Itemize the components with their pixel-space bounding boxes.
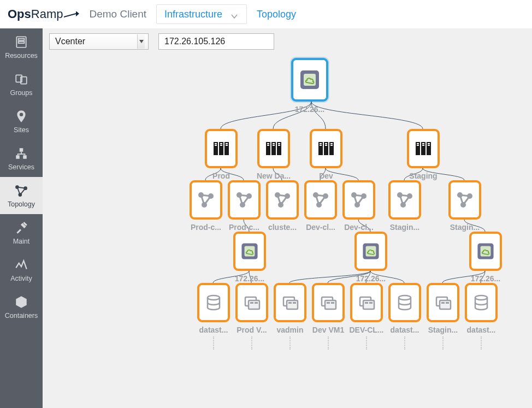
sidebar-item-activity[interactable]: Activity [0, 251, 43, 288]
sidebar-item-label: Containers [5, 312, 38, 320]
svg-point-76 [208, 295, 220, 300]
top-bar: Ops Ramp Demo Client Infrastructure Topo… [0, 0, 532, 28]
svg-point-93 [399, 295, 411, 300]
node-label: Staging [409, 172, 437, 180]
sidebar-item-label: Resources [5, 52, 38, 60]
sidebar-item-label: Activity [10, 275, 32, 282]
svg-rect-30 [278, 145, 280, 146]
topology-node-datacenter[interactable]: Dev [309, 129, 343, 180]
topology-node-vm[interactable]: Stagin... [426, 283, 460, 350]
svg-rect-90 [363, 300, 374, 309]
sidebar-item-sites[interactable]: Sites [0, 103, 43, 140]
node-box [354, 232, 387, 271]
svg-rect-38 [325, 145, 327, 146]
topology-node-cluster[interactable]: cluste... [265, 180, 299, 232]
node-label: Dev-cl... [344, 223, 374, 232]
topology-node-cluster[interactable]: Dev-cl... [342, 180, 376, 232]
topology-node-cluster[interactable]: Prod-c... [189, 180, 223, 232]
svg-rect-95 [440, 300, 451, 309]
topology-node-vm[interactable]: Prod V... [235, 283, 269, 350]
sidebar-item-containers[interactable]: Containers [0, 288, 43, 326]
node-label: datast... [199, 326, 228, 334]
brand-prefix: Ops [8, 7, 31, 21]
sidebar-item-label: Sites [14, 126, 29, 134]
topology-node-vcenter[interactable]: 172.26... [293, 58, 327, 114]
svg-rect-45 [428, 143, 430, 144]
svg-rect-91 [365, 302, 368, 304]
sidebar-item-label: Services [8, 163, 34, 171]
section-dropdown[interactable]: Infrastructure [156, 4, 247, 24]
sidebar-item-label: Groups [10, 89, 33, 97]
topology-node-vm[interactable]: Dev VM1 [311, 283, 345, 350]
more-tail [328, 336, 329, 350]
topology-node-host[interactable]: 172.26... [354, 232, 388, 283]
topology-node-datastore[interactable]: datast... [388, 283, 422, 350]
topology-node-datacenter[interactable]: Staging [406, 129, 440, 180]
svg-rect-21 [226, 145, 228, 146]
node-box [312, 283, 345, 322]
breadcrumb-topology[interactable]: Topology [257, 9, 296, 20]
topology-node-cluster[interactable]: Stagin... [388, 180, 422, 232]
sidebar-item-label: Maint [13, 238, 30, 245]
node-box [235, 283, 268, 322]
topology-canvas[interactable]: 172.26... Prod New Da... Dev Staging Pro… [43, 55, 532, 408]
topology-node-host[interactable]: 172.26... [469, 232, 503, 283]
node-label: Prod [212, 172, 230, 180]
topology-node-cluster[interactable]: Prod-c... [227, 180, 261, 232]
node-box [266, 180, 299, 220]
node-label: 172.26... [471, 274, 501, 283]
type-select[interactable]: Vcenter [49, 33, 149, 50]
sidebar-item-resources[interactable]: Resources [0, 28, 43, 66]
svg-rect-26 [273, 143, 275, 144]
node-label: 172.26... [235, 274, 265, 283]
svg-point-98 [475, 295, 487, 300]
svg-rect-36 [330, 143, 333, 144]
svg-rect-37 [320, 145, 322, 146]
sidebar-item-maint[interactable]: Maint [0, 214, 43, 251]
more-tail [442, 336, 444, 350]
node-label: vadmin [276, 326, 303, 334]
topology-node-datacenter[interactable]: New Da... [257, 129, 291, 180]
more-tail [213, 336, 214, 350]
search-input[interactable]: 172.26.105.126 [158, 33, 274, 50]
svg-rect-20 [220, 145, 222, 146]
node-box [304, 180, 337, 220]
node-label: Dev [319, 172, 333, 180]
node-label: Prod-c... [191, 223, 221, 232]
svg-rect-39 [330, 145, 333, 146]
topology-node-host[interactable]: 172.26... [233, 232, 267, 283]
activity-icon [14, 258, 29, 272]
node-label: 172.26... [356, 274, 386, 283]
group-icon [14, 72, 29, 86]
dropdown-arrow-icon [137, 34, 145, 49]
sidebar-item-services[interactable]: Services [0, 140, 43, 177]
svg-rect-48 [428, 145, 430, 146]
svg-rect-97 [446, 302, 449, 304]
more-tail [251, 336, 252, 350]
svg-rect-73 [366, 246, 376, 257]
node-box [257, 129, 290, 168]
topology-node-cluster[interactable]: Dev-cl... [304, 180, 338, 232]
topology-node-cluster[interactable]: Stagin... [448, 180, 482, 232]
brand-logo: Ops Ramp [8, 7, 79, 21]
sidebar-item-groups[interactable]: Groups [0, 66, 43, 103]
topology-node-datastore[interactable]: datast... [464, 283, 498, 350]
tools-icon [14, 221, 29, 235]
node-box [427, 283, 459, 322]
sidebar-item-topology[interactable]: Topology [0, 177, 43, 214]
topology-node-datastore[interactable]: datast... [197, 283, 230, 350]
svg-rect-92 [369, 302, 373, 304]
node-label: Dev VM1 [312, 326, 344, 334]
topology-node-vm[interactable]: DEV-CL... [350, 283, 383, 350]
sidebar-item-label: Topology [8, 200, 35, 208]
topology-node-vm[interactable]: vadmin [273, 283, 307, 350]
node-box [205, 129, 238, 168]
client-label: Demo Client [89, 8, 146, 20]
node-label: Stagin... [428, 326, 458, 334]
brand-arrow-icon [64, 11, 79, 18]
svg-rect-88 [331, 302, 334, 304]
node-label: DEV-CL... [350, 326, 384, 334]
topology-node-datacenter[interactable]: Prod [204, 129, 238, 180]
svg-rect-35 [325, 143, 327, 144]
pin-icon [14, 109, 29, 123]
